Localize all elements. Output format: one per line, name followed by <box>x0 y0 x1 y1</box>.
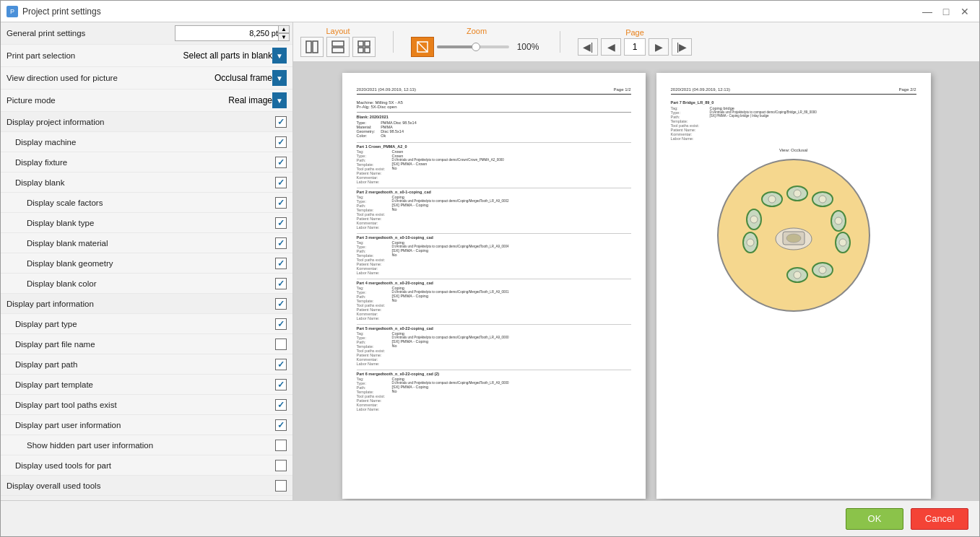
display-part-file-name-checkbox[interactable] <box>275 339 287 350</box>
svg-point-31 <box>786 234 801 243</box>
display-part-path-checkbox[interactable]: ✓ <box>275 359 287 370</box>
close-button[interactable]: ✕ <box>956 4 974 19</box>
display-machine-label: Display machine <box>15 138 275 147</box>
display-scale-factors-label: Display scale factors <box>27 198 275 207</box>
display-machine-checkbox[interactable]: ✓ <box>275 136 287 148</box>
page1-parts: Part 1 Crown_PMMA_A2_0 Tag:Type:Path:Tem… <box>357 142 631 411</box>
page1-blank: Blank: 2020/2021 Type: Material: Geometr… <box>357 112 631 138</box>
display-project-info-row: Display project information ✓ <box>1 112 292 132</box>
picture-mode-row: Picture mode Real image ▼ <box>1 90 292 112</box>
main-window: P Project print settings — □ ✕ General p… <box>0 0 980 537</box>
window-title: Project print settings <box>22 6 101 17</box>
picture-mode-dropdown[interactable]: Real image ▼ <box>228 92 287 108</box>
print-part-selection-arrow[interactable]: ▼ <box>272 48 287 64</box>
layout-btn-2[interactable] <box>326 37 350 57</box>
main-content: General print settings ▲ ▼ Print part se… <box>1 22 979 500</box>
separator-1 <box>393 31 394 53</box>
print-part-selection-value[interactable]: Select all parts in blank <box>183 51 272 61</box>
display-fixture-checkbox[interactable]: ✓ <box>275 157 287 168</box>
svg-rect-3 <box>332 48 344 53</box>
display-used-tools-label: Display used tools for part <box>15 461 275 470</box>
view-label: View: Occlusal <box>671 148 916 152</box>
page2-part-title: Part 7 Bridge_LR_89_0 <box>671 100 916 105</box>
page-toolbar-group: Page ◀| ◀ ▶ |▶ <box>578 28 692 56</box>
minimize-button[interactable]: — <box>919 4 936 19</box>
display-blank-material-label: Display blank material <box>27 239 275 248</box>
checkmark-icon: ✓ <box>277 137 285 147</box>
display-machine-row: Display machine ✓ <box>1 132 292 152</box>
blank-details: Type: Material: Geometry: Color: PMMA Di… <box>357 121 631 138</box>
display-blank-row: Display blank ✓ <box>1 173 292 193</box>
display-part-path-label: Display part path <box>15 360 275 369</box>
display-part-type-checkbox[interactable]: ✓ <box>275 318 287 330</box>
display-part-info-label: Display part information <box>6 300 275 308</box>
display-part-user-info-label: Display part user information <box>15 421 275 429</box>
display-blank-color-checkbox[interactable]: ✓ <box>275 278 287 289</box>
display-blank-geometry-row: Display blank geometry ✓ <box>1 253 292 274</box>
display-blank-checkbox[interactable]: ✓ <box>275 177 287 188</box>
display-scale-factors-checkbox[interactable]: ✓ <box>275 197 287 209</box>
page-last-button[interactable]: |▶ <box>672 38 692 56</box>
display-project-info-checkbox[interactable]: ✓ <box>275 116 287 128</box>
display-blank-geometry-checkbox[interactable]: ✓ <box>275 258 287 269</box>
display-fixture-row: Display fixture ✓ <box>1 152 292 173</box>
show-hidden-part-user-info-checkbox[interactable] <box>275 440 287 451</box>
page2-part: Part 7 Bridge_LR_89_0 Tag: Type: Path: T… <box>671 100 916 141</box>
display-blank-material-row: Display blank material ✓ <box>1 233 292 253</box>
display-part-info-checkbox[interactable]: ✓ <box>275 298 287 310</box>
font-size-box[interactable]: ▲ ▼ <box>175 25 287 41</box>
page-number-input[interactable] <box>624 38 646 56</box>
svg-line-9 <box>417 42 428 52</box>
spin-down-button[interactable]: ▼ <box>278 33 290 41</box>
blank-id: Blank: 2020/2021 <box>357 115 631 119</box>
preview-area[interactable]: 2020/2021 (04.09.2019, 12:13) Page 1/2 M… <box>293 62 979 500</box>
display-blank-label: Display blank <box>15 178 275 187</box>
zoom-slider[interactable] <box>437 45 509 48</box>
svg-point-25 <box>794 271 801 279</box>
cancel-button[interactable]: Cancel <box>911 508 968 530</box>
picture-mode-arrow[interactable]: ▼ <box>272 92 287 108</box>
page-controls: ◀| ◀ ▶ |▶ <box>578 38 692 56</box>
checkmark-icon: ✓ <box>277 117 285 127</box>
checkmark-icon: ✓ <box>277 178 285 188</box>
svg-point-17 <box>819 196 826 203</box>
spin-up-button[interactable]: ▲ <box>278 25 290 33</box>
display-overall-tools-checkbox[interactable] <box>275 480 287 492</box>
print-part-selection-label: Print part selection <box>6 51 183 60</box>
display-part-file-name-label: Display part file name <box>15 340 275 349</box>
layout-btn-1[interactable] <box>300 37 324 57</box>
display-part-user-info-checkbox[interactable]: ✓ <box>275 419 287 431</box>
zoom-slider-thumb[interactable] <box>472 43 480 51</box>
view-direction-arrow[interactable]: ▼ <box>272 70 287 86</box>
view-direction-dropdown[interactable]: Occlusal frame ▼ <box>214 70 287 86</box>
display-blank-material-checkbox[interactable]: ✓ <box>275 237 287 249</box>
display-blank-type-row: Display blank type ✓ <box>1 213 292 233</box>
page-first-button[interactable]: ◀| <box>578 38 598 56</box>
page-next-button[interactable]: ▶ <box>649 38 669 56</box>
svg-point-19 <box>835 217 842 224</box>
zoom-fit-button[interactable] <box>411 37 434 57</box>
checkmark-icon: ✓ <box>277 380 285 390</box>
zoom-slider-container[interactable]: 100% <box>437 42 542 52</box>
view-direction-value[interactable]: Occlusal frame <box>214 73 272 83</box>
display-used-tools-checkbox[interactable] <box>275 460 287 471</box>
checkmark-icon: ✓ <box>277 299 285 309</box>
display-part-type-row: Display part type ✓ <box>1 314 292 334</box>
settings-list: General print settings ▲ ▼ Print part se… <box>1 22 292 500</box>
display-fixture-label: Display fixture <box>15 158 275 167</box>
ok-button[interactable]: OK <box>846 508 903 530</box>
maximize-button[interactable]: □ <box>937 4 955 19</box>
picture-mode-value[interactable]: Real image <box>228 95 272 105</box>
font-size-input[interactable] <box>178 29 278 38</box>
page-prev-button[interactable]: ◀ <box>601 38 621 56</box>
layout-btn-3[interactable] <box>352 37 376 57</box>
checkmark-icon: ✓ <box>277 420 285 430</box>
display-blank-type-checkbox[interactable]: ✓ <box>275 217 287 229</box>
show-hidden-part-user-info-label: Show hidden part user information <box>27 441 275 450</box>
display-part-template-checkbox[interactable]: ✓ <box>275 379 287 390</box>
print-part-selection-dropdown[interactable]: Select all parts in blank ▼ <box>183 48 287 64</box>
display-part-tool-paths-checkbox[interactable]: ✓ <box>275 399 287 411</box>
bottom-bar: OK Cancel <box>1 500 979 536</box>
display-part-info-row: Display part information ✓ <box>1 294 292 314</box>
part-6: Part 6 mergedtooth_n_s0-22-coping_cad (2… <box>357 370 631 411</box>
